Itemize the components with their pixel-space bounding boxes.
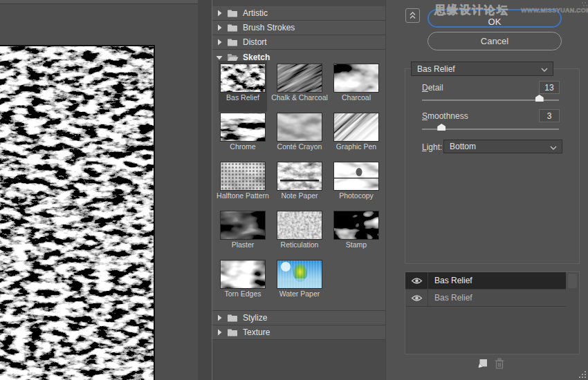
filter-thumb-label: Conté Crayon	[277, 142, 322, 151]
light-dropdown[interactable]: Bottom	[443, 140, 562, 153]
filter-thumb-graphic-pen[interactable]: Graphic Pen	[332, 110, 380, 161]
detail-value[interactable]: 13	[539, 81, 560, 94]
folder-icon	[227, 38, 239, 46]
category-label: Distort	[243, 37, 267, 47]
category-brush-strokes[interactable]: Brush Strokes	[212, 21, 385, 35]
category-texture[interactable]: Texture	[212, 325, 385, 340]
category-collapsed-icon	[216, 10, 223, 17]
effect-layer-row[interactable]: Bas Relief	[405, 272, 566, 289]
chevron-down-icon	[550, 146, 557, 150]
filter-thumb-stamp[interactable]: Stamp	[332, 208, 380, 259]
filter-type-dropdown[interactable]: Bas Relief	[411, 61, 553, 76]
filter-thumb-label: Note Paper	[281, 191, 318, 200]
filter-thumb-label: Photocopy	[339, 191, 374, 200]
filter-thumb-label: Graphic Pen	[336, 142, 376, 151]
eye-icon	[411, 277, 423, 285]
detail-label: Detail	[422, 83, 443, 93]
filter-thumbnail-image	[221, 211, 265, 239]
sketch-filter-grid: Bas ReliefChalk & CharcoalCharcoalChrome…	[212, 64, 385, 311]
filter-thumbnail-image	[277, 211, 322, 239]
layer-visibility-toggle[interactable]	[405, 289, 428, 306]
effect-layer-name: Bas Relief	[428, 276, 472, 285]
new-effect-layer-icon[interactable]	[477, 358, 488, 369]
filter-thumb-photocopy[interactable]: Photocopy	[332, 159, 380, 210]
preview-pane-top-strip	[0, 0, 209, 4]
smoothness-value[interactable]: 3	[539, 109, 560, 122]
filter-thumbnail-image	[221, 260, 265, 288]
filter-thumbnail-image	[221, 162, 265, 190]
light-value: Bottom	[450, 142, 476, 151]
filter-thumb-label: Halftone Pattern	[217, 191, 269, 200]
category-collapsed-icon	[216, 24, 223, 31]
filter-thumb-charcoal[interactable]: Charcoal	[332, 61, 380, 112]
filter-thumb-label: Chalk & Charcoal	[271, 93, 328, 102]
filter-thumb-label: Stamp	[346, 240, 367, 249]
filter-gallery-dialog: { "watermark": { "cn": "思缘设计论坛", "en": "…	[0, 0, 588, 380]
category-distort[interactable]: Distort	[212, 35, 385, 50]
filter-type-value: Bas Relief	[417, 64, 455, 74]
filter-thumb-label: Reticulation	[281, 240, 319, 249]
filter-thumbnail-image	[334, 113, 378, 141]
filter-thumb-halftone-pattern[interactable]: Halftone Pattern	[219, 159, 267, 210]
resize-grip[interactable]	[578, 370, 587, 379]
folder-icon	[227, 23, 239, 32]
filter-thumbnail-image	[277, 113, 322, 141]
filter-thumbnail-image	[277, 260, 322, 288]
collapse-button[interactable]	[405, 8, 420, 23]
corner-grip	[581, 1, 588, 8]
category-stylize[interactable]: Stylize	[212, 311, 385, 325]
watermark-url: WWW.MISSYUAN.COM	[521, 7, 588, 14]
filter-thumb-label: Chrome	[230, 142, 255, 151]
layers-scrollbar[interactable]	[566, 272, 579, 354]
filter-thumb-chalk-charcoal[interactable]: Chalk & Charcoal	[275, 61, 324, 112]
category-label: Artistic	[243, 8, 268, 18]
watermark-chinese: 思缘设计论坛	[434, 3, 509, 18]
chevron-down-icon	[541, 68, 548, 72]
category-expanded-icon	[216, 54, 223, 61]
category-label: Brush Strokes	[243, 23, 295, 32]
filter-options-group	[405, 68, 580, 264]
filter-thumb-bas-relief[interactable]: Bas Relief	[219, 61, 267, 112]
filter-thumbnail-image	[221, 113, 265, 141]
eye-icon	[411, 294, 423, 302]
category-collapsed-icon	[216, 314, 223, 321]
double-chevron-up-icon	[410, 12, 416, 19]
category-collapsed-icon	[216, 329, 223, 336]
filter-thumb-torn-edges[interactable]: Torn Edges	[219, 257, 267, 308]
filter-thumb-label: Water Paper	[279, 289, 320, 298]
category-collapsed-icon	[216, 39, 223, 46]
filter-thumbnail-image	[334, 64, 378, 92]
filter-thumb-reticulation[interactable]: Reticulation	[275, 208, 324, 259]
filter-category-list: ArtisticBrush StrokesDistortSketchBas Re…	[212, 0, 386, 380]
filter-thumb-plaster[interactable]: Plaster	[219, 208, 267, 259]
filter-thumb-chrome[interactable]: Chrome	[219, 110, 267, 161]
filter-thumb-label: Plaster	[232, 240, 255, 249]
filter-thumb-label: Torn Edges	[224, 289, 261, 298]
category-artistic[interactable]: Artistic	[212, 6, 385, 21]
filter-thumb-label: Charcoal	[342, 93, 371, 102]
pane-divider	[198, 0, 212, 380]
delete-effect-layer-icon[interactable]	[495, 358, 504, 369]
light-label: Light:	[422, 142, 442, 152]
category-label: Texture	[243, 327, 270, 337]
category-label: Stylize	[243, 313, 267, 323]
filter-thumb-note-paper[interactable]: Note Paper	[275, 159, 324, 210]
effect-layer-name: Bas Relief	[428, 293, 472, 303]
bas-relief-preview-texture	[0, 46, 154, 380]
filter-thumb-label: Bas Relief	[226, 93, 259, 102]
layer-visibility-toggle[interactable]	[405, 272, 428, 289]
filter-thumb-cont-crayon[interactable]: Conté Crayon	[275, 110, 324, 161]
open-folder-icon	[227, 53, 239, 61]
filter-thumb-water-paper[interactable]: Water Paper	[275, 257, 324, 308]
smoothness-label: Smoothness	[422, 111, 468, 121]
filter-thumbnail-image	[334, 162, 378, 190]
cancel-button[interactable]: Cancel	[428, 32, 562, 50]
effect-layer-row[interactable]: Bas Relief	[405, 289, 566, 307]
filter-thumbnail-image	[221, 64, 265, 92]
filter-thumbnail-image	[277, 64, 322, 92]
effect-layers-list: Bas ReliefBas Relief	[405, 272, 580, 354]
filter-preview-image	[0, 45, 155, 380]
filter-thumbnail-image	[334, 211, 378, 239]
filter-thumbnail-image	[277, 162, 322, 190]
folder-icon	[227, 328, 239, 336]
